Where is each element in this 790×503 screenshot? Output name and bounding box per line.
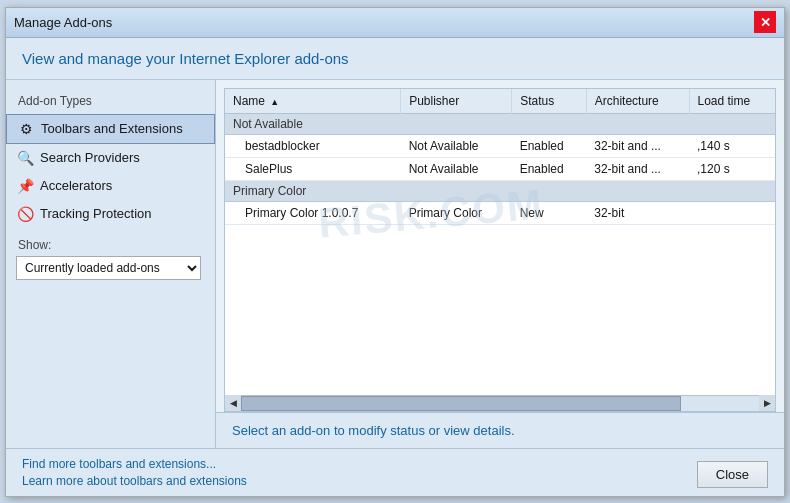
cell-name: bestadblocker: [225, 134, 401, 157]
learn-more-link[interactable]: Learn more about toolbars and extensions: [22, 474, 247, 488]
find-toolbars-link[interactable]: Find more toolbars and extensions...: [22, 457, 247, 471]
cell-architecture: 32-bit: [586, 201, 689, 224]
tracking-icon: 🚫: [16, 205, 34, 223]
table-row[interactable]: bestadblocker Not Available Enabled 32-b…: [225, 134, 775, 157]
bottom-bar: Find more toolbars and extensions... Lea…: [6, 448, 784, 496]
content-area: Add-on Types ⚙ Toolbars and Extensions 🔍…: [6, 80, 784, 448]
window-title: Manage Add-ons: [14, 15, 112, 30]
sidebar-item-toolbars-label: Toolbars and Extensions: [41, 121, 183, 136]
sidebar-item-accelerators[interactable]: 📌 Accelerators: [6, 172, 215, 200]
cell-loadtime: [689, 201, 775, 224]
col-status[interactable]: Status: [512, 89, 587, 114]
cell-loadtime: ,120 s: [689, 157, 775, 180]
toolbars-icon: ⚙: [17, 120, 35, 138]
table-row[interactable]: SalePlus Not Available Enabled 32-bit an…: [225, 157, 775, 180]
table-header-row: Name ▲ Publisher Status Ar: [225, 89, 775, 114]
cell-name: Primary Color 1.0.0.7: [225, 201, 401, 224]
cell-status: Enabled: [512, 134, 587, 157]
cell-status: Enabled: [512, 157, 587, 180]
group-not-available: Not Available: [225, 113, 775, 134]
cell-publisher: Primary Color: [401, 201, 512, 224]
col-name[interactable]: Name ▲: [225, 89, 401, 114]
sidebar-item-accelerators-label: Accelerators: [40, 178, 112, 193]
search-icon: 🔍: [16, 149, 34, 167]
header-bar: View and manage your Internet Explorer a…: [6, 38, 784, 80]
status-bar: Select an add-on to modify status or vie…: [216, 412, 784, 448]
addons-table-container: Name ▲ Publisher Status Ar: [224, 88, 776, 396]
addons-table: Name ▲ Publisher Status Ar: [225, 89, 775, 225]
bottom-links: Find more toolbars and extensions... Lea…: [22, 457, 247, 488]
main-panel: RISK.COM Name ▲ Publisher: [216, 80, 784, 448]
col-publisher[interactable]: Publisher: [401, 89, 512, 114]
cell-loadtime: ,140 s: [689, 134, 775, 157]
group-header-row: Not Available: [225, 113, 775, 134]
window-close-button[interactable]: ✕: [754, 11, 776, 33]
group-header-row: Primary Color: [225, 180, 775, 201]
header-text: View and manage your Internet Explorer a…: [22, 50, 349, 67]
sidebar-item-search[interactable]: 🔍 Search Providers: [6, 144, 215, 172]
col-architecture[interactable]: Architecture: [586, 89, 689, 114]
scroll-right-button[interactable]: ▶: [759, 395, 775, 411]
sidebar-item-tracking-label: Tracking Protection: [40, 206, 152, 221]
close-button[interactable]: Close: [697, 461, 768, 488]
cell-status: New: [512, 201, 587, 224]
show-label: Show:: [6, 228, 215, 256]
cell-name: SalePlus: [225, 157, 401, 180]
main-panel-inner: RISK.COM Name ▲ Publisher: [216, 80, 784, 448]
manage-addons-window: Manage Add-ons ✕ View and manage your In…: [5, 7, 785, 497]
sidebar-item-toolbars[interactable]: ⚙ Toolbars and Extensions: [6, 114, 215, 144]
table-row[interactable]: Primary Color 1.0.0.7 Primary Color New …: [225, 201, 775, 224]
col-loadtime[interactable]: Load time: [689, 89, 775, 114]
sidebar-section-title: Add-on Types: [6, 90, 215, 114]
scroll-left-button[interactable]: ◀: [225, 395, 241, 411]
cell-publisher: Not Available: [401, 134, 512, 157]
sidebar-item-search-label: Search Providers: [40, 150, 140, 165]
scroll-thumb[interactable]: [241, 396, 681, 411]
horizontal-scrollbar[interactable]: ◀ ▶: [224, 396, 776, 412]
sidebar-item-tracking[interactable]: 🚫 Tracking Protection: [6, 200, 215, 228]
show-select[interactable]: Currently loaded add-ons All add-ons: [16, 256, 201, 280]
group-primary-color: Primary Color: [225, 180, 775, 201]
cell-architecture: 32-bit and ...: [586, 157, 689, 180]
scroll-track[interactable]: [241, 396, 759, 411]
title-bar: Manage Add-ons ✕: [6, 8, 784, 38]
sort-arrow-name: ▲: [270, 97, 279, 107]
cell-publisher: Not Available: [401, 157, 512, 180]
cell-architecture: 32-bit and ...: [586, 134, 689, 157]
accelerators-icon: 📌: [16, 177, 34, 195]
status-text: Select an add-on to modify status or vie…: [232, 423, 515, 438]
sidebar: Add-on Types ⚙ Toolbars and Extensions 🔍…: [6, 80, 216, 448]
